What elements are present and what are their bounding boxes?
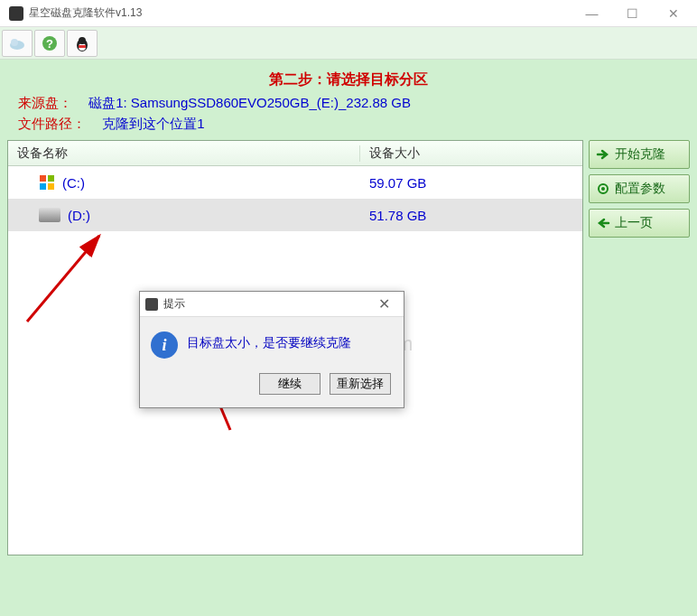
- svg-rect-7: [79, 45, 86, 48]
- path-row: 文件路径： 克隆到这个位置1: [18, 116, 679, 133]
- drive-name: (D:): [68, 208, 90, 223]
- start-clone-label: 开始克隆: [615, 146, 665, 163]
- close-button[interactable]: ✕: [653, 0, 693, 27]
- help-icon: ?: [41, 34, 59, 52]
- maximize-button[interactable]: ☐: [612, 0, 653, 27]
- source-value: 磁盘1: SamsungSSD860EVO250GB_(E:)_232.88 G…: [88, 95, 411, 110]
- svg-point-13: [601, 187, 605, 191]
- side-buttons: 开始克隆 配置参数 上一页: [589, 140, 690, 555]
- table-row[interactable]: (C:) 59.07 GB: [8, 166, 582, 199]
- toolbar-btn-qq[interactable]: [67, 30, 98, 57]
- title-bar: 星空磁盘克隆软件v1.13 — ☐ ✕: [0, 0, 697, 27]
- app-icon: [9, 6, 23, 21]
- dialog-title: 提示: [163, 296, 369, 312]
- svg-point-6: [79, 37, 86, 44]
- toolbar: ?: [0, 27, 697, 60]
- dialog-icon: [145, 298, 158, 311]
- source-row: 来源盘： 磁盘1: SamsungSSD860EVO250GB_(E:)_232…: [18, 95, 679, 112]
- header-size[interactable]: 设备大小: [360, 145, 582, 162]
- drive-size: 51.78 GB: [360, 208, 582, 223]
- window-title: 星空磁盘克隆软件v1.13: [29, 5, 572, 21]
- back-button[interactable]: 上一页: [589, 209, 690, 238]
- drive-name: (C:): [62, 175, 85, 191]
- dialog-message: 目标盘太小，是否要继续克隆: [187, 331, 351, 351]
- svg-rect-11: [48, 183, 54, 190]
- drive-icon: [39, 208, 60, 222]
- config-button[interactable]: 配置参数: [589, 174, 690, 203]
- dialog-body: i 目标盘太小，是否要继续克隆: [140, 317, 404, 366]
- minimize-button[interactable]: —: [572, 0, 612, 27]
- path-value: 克隆到这个位置1: [102, 116, 204, 131]
- dialog-buttons: 继续 重新选择: [140, 366, 404, 407]
- penguin-icon: [73, 34, 91, 52]
- back-label: 上一页: [615, 215, 653, 231]
- arrow-right-icon: [595, 146, 611, 163]
- drive-size: 59.07 GB: [360, 175, 582, 191]
- reselect-button[interactable]: 重新选择: [330, 373, 391, 395]
- source-label: 来源盘：: [18, 95, 72, 110]
- svg-rect-8: [40, 175, 46, 182]
- table-header: 设备名称 设备大小: [8, 141, 582, 166]
- svg-rect-9: [48, 175, 54, 182]
- prompt-dialog: 提示 ✕ i 目标盘太小，是否要继续克隆 继续 重新选择: [139, 291, 404, 408]
- toolbar-btn-1[interactable]: [2, 30, 33, 57]
- step-title: 第二步：请选择目标分区: [7, 70, 690, 89]
- header-name[interactable]: 设备名称: [8, 145, 360, 162]
- continue-button[interactable]: 继续: [259, 373, 321, 395]
- svg-text:?: ?: [46, 37, 53, 51]
- svg-point-1: [11, 39, 18, 46]
- arrow-left-icon: [595, 215, 611, 231]
- config-label: 配置参数: [615, 181, 665, 197]
- dialog-titlebar: 提示 ✕: [140, 292, 404, 317]
- toolbar-btn-help[interactable]: ?: [34, 30, 65, 57]
- window-controls: — ☐ ✕: [572, 0, 693, 27]
- dialog-close-button[interactable]: ✕: [369, 295, 398, 313]
- windows-drive-icon: [39, 174, 55, 191]
- svg-rect-10: [40, 183, 46, 190]
- gear-icon: [595, 181, 611, 197]
- path-label: 文件路径：: [18, 116, 86, 131]
- cloud-icon: [8, 35, 26, 51]
- start-clone-button[interactable]: 开始克隆: [589, 140, 690, 169]
- info-icon: i: [151, 331, 178, 359]
- main-panel: 第二步：请选择目标分区 来源盘： 磁盘1: SamsungSSD860EVO25…: [0, 60, 697, 616]
- table-row[interactable]: (D:) 51.78 GB: [8, 199, 582, 231]
